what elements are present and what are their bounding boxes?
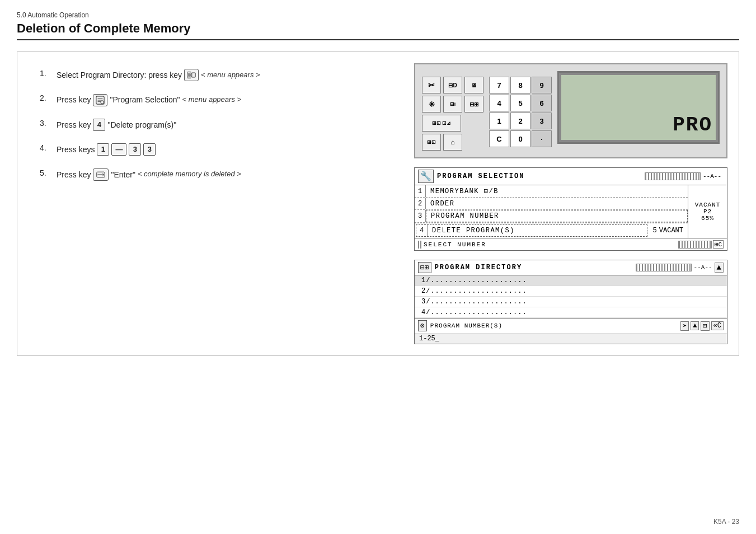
svg-rect-1 [187, 76, 191, 78]
step-1-content: Select Program Directory: press key < me… [57, 69, 260, 81]
icon-bi: ⊟i [443, 96, 462, 113]
key-9[interactable]: 9 [532, 77, 552, 93]
dir-input-value: 1-25_ [419, 335, 439, 343]
menu-rows: 1 MEMORYBANK ⊟/B 2 ORDER 3 PROGRAM NUMBE… [415, 185, 688, 238]
number-pad: 7 8 9 4 5 6 1 2 3 C 0 · [489, 77, 552, 147]
step-4: 4. Press keys 1 — 3 3 [40, 143, 386, 156]
step-2-label: "Program Selection" [110, 93, 180, 106]
dir-c-icon[interactable]: «C [711, 321, 724, 330]
dir-enter-icon[interactable]: ➤ [680, 321, 689, 331]
page-title: Deletion of Complete Memory [17, 21, 739, 40]
key-5[interactable]: 5 [510, 95, 530, 111]
selection-status: --A-- [701, 173, 724, 180]
key-1-pad[interactable]: 1 [489, 113, 509, 129]
footer-c-icon: ⊞C [713, 240, 724, 249]
icon-measure: ⊞⊡ ⊡⊿ [422, 115, 461, 132]
key-8[interactable]: 8 [510, 77, 530, 93]
key-C[interactable]: C [489, 130, 509, 147]
dir-input-row: 1-25_ [415, 333, 727, 344]
step-5-content: Press key "Enter" < complete memory is d… [57, 168, 241, 181]
dir-rows: 1/..................... 2/..............… [415, 275, 727, 318]
menu-row-3: 3 PROGRAM NUMBER [415, 210, 688, 223]
menu-row-4-box: 4 DELETE PROGRAM(S) [416, 224, 647, 237]
step-5-number: 5. [40, 168, 57, 177]
key-enter[interactable] [93, 168, 109, 181]
dir-hatch [636, 264, 692, 271]
key-1[interactable]: 1 [97, 143, 109, 156]
key-3b[interactable]: 3 [143, 143, 156, 156]
dir-row-1: 1/..................... [415, 275, 727, 286]
menu-selection-footer: SELECT NUMBER ⊞C [415, 238, 727, 250]
directory-header: ⊟⊞ PROGRAM DIRECTORY --A-- ▲ [415, 260, 727, 275]
dir-footer-icon: ⊗ [418, 320, 427, 331]
keypad-display: ✂ ⊟D 🖥 ✳ ⊟i ⊟⊞ ⊞⊡ ⊡⊿ ⊞⊡ ⌂ [414, 63, 727, 158]
step-1-text: Select Program Directory: press key [57, 69, 182, 81]
page-footer: K5A - 23 [713, 518, 739, 526]
menu-row-4-num: 4 [416, 225, 428, 236]
key-dot[interactable]: · [532, 130, 552, 147]
footer-icons: ⊞C [678, 240, 724, 249]
machine-screen: PRO [557, 71, 720, 144]
menu-side-info: VACANT P2 65% [688, 185, 727, 238]
step-2-number: 2. [40, 93, 57, 102]
side-p2: P2 [703, 208, 712, 215]
step-5-label: "Enter" [111, 168, 135, 181]
key-7[interactable]: 7 [489, 77, 509, 93]
icon-scissors: ✂ [422, 77, 441, 93]
dir-row-3: 3/..................... [415, 297, 727, 307]
step-2-text-before: Press key [57, 93, 91, 106]
step-5: 5. Press key "Enter" < complete memory i… [40, 168, 386, 181]
menu-row-1-text: MEMORYBANK ⊟/B [426, 185, 688, 197]
step-3: 3. Press key 4 "Delete program(s)" [40, 119, 386, 131]
menu-row-1-num: 1 [415, 185, 426, 197]
dir-scroll: ▲ [715, 263, 724, 273]
icon-monitor: 🖥 [464, 77, 483, 93]
menu-selection-icon: 🔧 [418, 170, 434, 183]
footer-select-text: SELECT NUMBER [424, 241, 678, 248]
menu-row-1: 1 MEMORYBANK ⊟/B [415, 185, 688, 198]
key-prog-dir[interactable] [184, 69, 199, 81]
key-4-pad[interactable]: 4 [489, 95, 509, 111]
key-3a[interactable]: 3 [129, 143, 141, 156]
dir-up-icon[interactable]: ▲ [691, 321, 699, 330]
step-3-number: 3. [40, 119, 57, 128]
side-65: 65% [701, 215, 714, 222]
footer-left-hatch [418, 241, 421, 249]
step-2-content: Press key "Program Selection" < menu app… [57, 93, 241, 106]
menu-row-2-text: ORDER [426, 198, 688, 209]
menu-row-2-num: 2 [415, 198, 426, 209]
dir-row-2: 2/..................... [415, 286, 727, 297]
key-0[interactable]: 0 [510, 130, 530, 147]
menu-row-5-text: VACANT [659, 227, 683, 235]
step-1-menu: < menu appears > [201, 69, 260, 81]
directory-footer: ⊗ PROGRAM NUMBER(S) ➤ ▲ ⊡ «C [415, 318, 727, 333]
icon-bd: ⊟D [443, 77, 462, 93]
key-2[interactable]: 2 [510, 113, 530, 129]
step-1: 1. Select Program Directory: press key <… [40, 69, 386, 81]
dir-page-icon[interactable]: ⊡ [701, 321, 709, 331]
step-1-number: 1. [40, 69, 57, 78]
step-3-content: Press key 4 "Delete program(s)" [57, 119, 176, 131]
dir-row-4: 4/..................... [415, 307, 727, 318]
menu-row-4-5: 4 DELETE PROGRAM(S) 5 VACANT [415, 223, 688, 238]
icon-asterisk: ✳ [422, 96, 441, 113]
dir-footer-text: PROGRAM NUMBER(S) [430, 322, 680, 329]
key-4[interactable]: 4 [93, 119, 105, 131]
menu-row-3-text: PROGRAM NUMBER [426, 210, 688, 222]
dir-footer-nav-icons: ➤ ▲ ⊡ «C [680, 321, 724, 331]
key-3-pad[interactable]: 3 [532, 113, 552, 129]
key-minus[interactable]: — [111, 143, 126, 156]
menu-row-3-num: 3 [415, 210, 426, 222]
steps-panel: 1. Select Program Directory: press key <… [29, 63, 397, 344]
selection-hatch [645, 172, 701, 180]
key-prog-sel[interactable] [93, 94, 107, 106]
menu-selection-screen: 🔧 PROGRAM SELECTION --A-- 1 MEMORYBANK ⊟… [414, 167, 727, 251]
key-6[interactable]: 6 [532, 95, 552, 111]
step-5-text-before: Press key [57, 168, 91, 181]
dir-header-status: --A-- ▲ [636, 263, 724, 273]
footer-right-hatch [678, 241, 712, 249]
right-panel: ✂ ⊟D 🖥 ✳ ⊟i ⊟⊞ ⊞⊡ ⊡⊿ ⊞⊡ ⌂ [414, 63, 727, 344]
icon-table: ⊟⊞ [464, 96, 483, 113]
svg-rect-2 [192, 73, 195, 77]
menu-selection-title: PROGRAM SELECTION [437, 172, 645, 180]
